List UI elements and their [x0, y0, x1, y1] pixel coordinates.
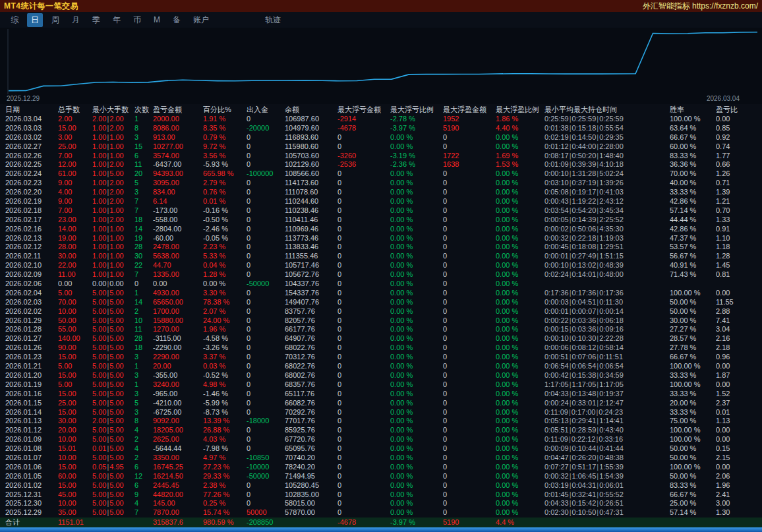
- cell-minmax: 1.00|1.00: [92, 252, 134, 261]
- menu-tab-账户[interactable]: 账户: [189, 13, 213, 27]
- cell-balance: 110411.46: [285, 216, 337, 225]
- cell-cashflow: -10000: [247, 463, 285, 472]
- table-row: 2026.01.1525.005.00|5.005-4210.00-5.99 %…: [0, 399, 762, 408]
- cell-maxfp: 0: [443, 454, 496, 463]
- cell-minmax: [92, 517, 134, 527]
- cell-lots: 15.00: [58, 463, 92, 472]
- cell-maxfp: 0: [443, 234, 496, 243]
- menu-tab-备[interactable]: 备: [169, 13, 185, 27]
- cell-maxfp: 5190: [443, 517, 496, 527]
- cell-date: 2026.01.08: [5, 444, 58, 454]
- cell-plratio: 1.18: [716, 243, 757, 252]
- table-row: 2026.01.0815.010.01|5.004-5644.44-7.98 %…: [0, 444, 762, 454]
- cell-maxfppct: 0.00 %: [496, 490, 544, 500]
- cell-pct: 0.76 %: [203, 188, 247, 197]
- cell-maxfp: 0: [443, 325, 496, 334]
- cell-balance: 102129.60: [285, 160, 337, 169]
- cell-cashflow: 0: [247, 435, 285, 444]
- cell-winrate: 27.78 %: [670, 343, 716, 353]
- cell-balance: 110238.46: [285, 206, 337, 216]
- cell-pct: 13.39 %: [203, 417, 247, 426]
- cell-winrate: 100.00 %: [670, 463, 716, 472]
- cell-pl: 6.14: [153, 197, 203, 206]
- cell-count: 3: [134, 133, 153, 142]
- cell-cashflow: 0: [247, 426, 285, 435]
- cell-minmax: 1.00|2.00: [92, 124, 134, 133]
- table-row: 2026.01.2015.005.00|5.003-355.00-0.52 %0…: [0, 371, 762, 380]
- cell-count: 8: [134, 417, 153, 426]
- menu-tab-季[interactable]: 季: [88, 13, 104, 27]
- cell-minmax: 5.00|5.00: [92, 454, 134, 463]
- cell-count: 5: [134, 399, 153, 408]
- cell-minmax: 1.00|2.00: [92, 216, 134, 225]
- cell-date: 合计: [5, 517, 58, 527]
- cell-maxfp: 0: [443, 399, 496, 408]
- menu-tab-月[interactable]: 月: [68, 13, 84, 27]
- menu-tab-币[interactable]: 币: [129, 13, 145, 27]
- cell-date: 2026.02.23: [5, 179, 58, 188]
- cell-maxfp: 0: [443, 472, 496, 481]
- cell-maxfp: 0: [443, 133, 496, 142]
- cell-winrate: 40.91 %: [670, 261, 716, 270]
- cell-maxfppct: 0.00 %: [496, 399, 544, 408]
- cell-maxfppct: 0.00 %: [496, 252, 544, 261]
- chart-end-date: 2026.03.04: [707, 95, 740, 104]
- cell-lots: 4.00: [58, 188, 92, 197]
- period-menu-bar: 综日周月季年币M备账户轨迹: [0, 12, 762, 28]
- cell-minmax: 1.00|1.00: [92, 152, 134, 161]
- cell-cashflow: -18000: [247, 417, 285, 426]
- cell-pl: 2478.00: [153, 243, 203, 252]
- cell-maxddpct: 0.00 %: [390, 353, 443, 362]
- cell-maxddpct: 0.00 %: [390, 408, 443, 417]
- cell-times: 0:17:36|0:17:36|0:17:36: [544, 289, 670, 298]
- cell-times: 0:02:30|0:10:50|0:47:31: [544, 508, 670, 517]
- cell-maxdd: 0: [337, 179, 390, 188]
- cumulative-profit-chart: [0, 28, 762, 95]
- cell-maxdd: 0: [337, 362, 390, 371]
- cell-pl: 9092.00: [153, 417, 203, 426]
- cell-pl: 913.00: [153, 133, 203, 142]
- cell-lots: 30.00: [58, 252, 92, 261]
- cell-date: 2026.01.07: [5, 454, 58, 463]
- cell-times: 0:00:10|1:31:28|5:02:24: [544, 169, 670, 179]
- cell-cashflow: 0: [247, 160, 285, 169]
- cell-times: 0:07:27|0:51:17|1:55:39: [544, 463, 670, 472]
- cell-cashflow: 0: [247, 353, 285, 362]
- cell-maxfppct: 0.00 %: [496, 435, 544, 444]
- menu-tab-综[interactable]: 综: [7, 13, 22, 27]
- cell-winrate: 33.33 %: [670, 408, 716, 417]
- cell-times: 0:00:05|0:14:39|2:25:52: [544, 216, 670, 225]
- menu-tab-日[interactable]: 日: [27, 13, 43, 27]
- cell-pct: 2.23 %: [203, 243, 247, 252]
- cell-pct: 3.30 %: [203, 289, 247, 298]
- cell-date: 2026.02.03: [5, 298, 58, 307]
- cell-minmax: 1.00|1.00: [92, 270, 134, 280]
- cell-maxfppct: 1.53 %: [496, 160, 544, 169]
- cell-winrate: 100.00 %: [670, 362, 716, 371]
- cell-maxddpct: 0.00 %: [390, 444, 443, 454]
- cell-maxddpct: 0.00 %: [390, 435, 443, 444]
- cell-minmax: 1.00|1.00: [92, 206, 134, 216]
- menu-tab-轨迹[interactable]: 轨迹: [261, 13, 285, 27]
- cell-winrate: 66.67 %: [670, 490, 716, 500]
- table-row: 2026.01.1415.005.00|5.003-6725.00-8.73 %…: [0, 408, 762, 417]
- cell-count: 3: [134, 188, 153, 197]
- menu-tab-周[interactable]: 周: [47, 13, 63, 27]
- cell-minmax: 5.00|5.00: [92, 490, 134, 500]
- cell-balance: 66082.76: [285, 399, 337, 408]
- cell-balance: 77017.76: [285, 417, 337, 426]
- cell-maxfp: 0: [443, 417, 496, 426]
- cell-maxdd: 0: [337, 325, 390, 334]
- cell-winrate: 28.57 %: [670, 334, 716, 343]
- cell-minmax: 1.00|2.00: [92, 179, 134, 188]
- cell-lots: 15.00: [58, 408, 92, 417]
- cell-times: 0:00:01|0:27:49|1:51:15: [544, 252, 670, 261]
- cell-plratio: 2.06: [716, 472, 757, 481]
- cell-maxfppct: 0.00 %: [496, 289, 544, 298]
- menu-tab-年[interactable]: 年: [109, 13, 125, 27]
- cell-balance: 116893.60: [285, 133, 337, 142]
- header-balance: 余额: [285, 104, 337, 115]
- menu-tab-M[interactable]: M: [150, 14, 164, 26]
- cell-winrate: 25.00 %: [670, 499, 716, 508]
- cell-maxfp: 0: [443, 225, 496, 234]
